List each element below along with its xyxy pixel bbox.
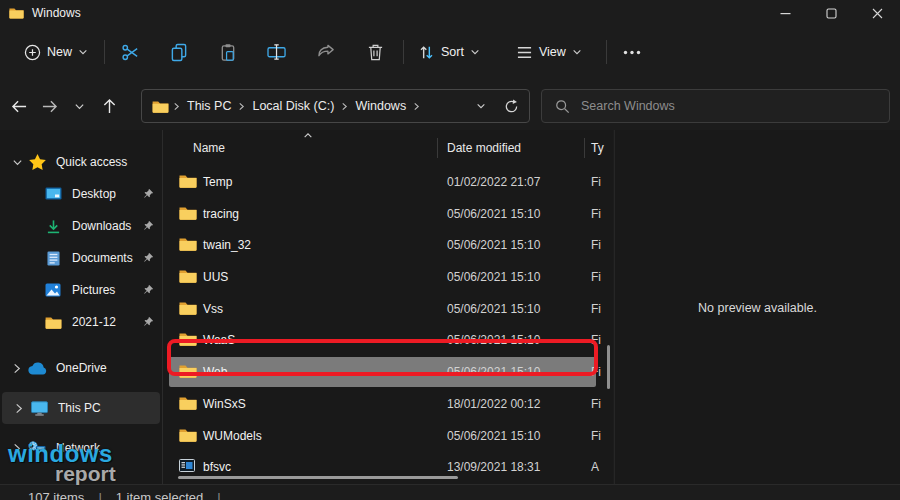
copy-button[interactable] [159, 35, 199, 69]
share-button[interactable] [306, 35, 346, 69]
sidebar-item-2021-12[interactable]: 2021-12 [0, 306, 162, 338]
back-button[interactable] [4, 91, 34, 121]
file-date: 05/06/2021 15:10 [447, 238, 540, 252]
chevron-right-icon[interactable] [8, 363, 26, 374]
table-row[interactable]: Temp 01/02/2022 21:07 Fi [163, 166, 613, 198]
file-type: Fi [591, 175, 601, 189]
file-type: Fi [591, 333, 601, 347]
folder-icon [152, 100, 169, 113]
sidebar-item-label: Documents [72, 251, 133, 265]
sidebar-item-this-pc[interactable]: This PC [2, 392, 160, 424]
forward-button[interactable] [34, 91, 64, 121]
sidebar-item-desktop[interactable]: Desktop [0, 178, 162, 210]
delete-button[interactable] [355, 35, 395, 69]
table-row[interactable]: UUS 05/06/2021 15:10 Fi [163, 261, 613, 293]
file-name: WUModels [203, 429, 262, 443]
sidebar-item-quick-access[interactable]: Quick access [0, 146, 162, 178]
file-type: Fi [591, 270, 601, 284]
sidebar-item-pictures[interactable]: Pictures [0, 274, 162, 306]
chevron-right-icon[interactable] [10, 403, 28, 414]
search-box[interactable] [541, 89, 890, 123]
file-type: Fi [591, 238, 601, 252]
new-button[interactable]: New [16, 35, 96, 69]
up-button[interactable] [94, 91, 124, 121]
computer-icon [28, 401, 50, 416]
column-header-date-modified[interactable]: Date modified [447, 141, 521, 155]
rename-button[interactable] [257, 35, 297, 69]
file-type: Fi [591, 365, 601, 379]
chevron-down-icon [572, 48, 582, 56]
status-bar: 107 items | 1 item selected | [0, 484, 900, 500]
sidebar-item-label: Downloads [72, 219, 131, 233]
recent-locations-button[interactable] [64, 91, 94, 121]
sidebar-item-onedrive[interactable]: OneDrive [0, 352, 162, 384]
onedrive-cloud-icon [26, 362, 48, 375]
file-type: Fi [591, 397, 601, 411]
sort-button[interactable]: Sort [410, 35, 488, 69]
paste-button[interactable] [208, 35, 248, 69]
sidebar-item-label: 2021-12 [72, 315, 116, 329]
table-row-selected[interactable]: Web 05/06/2021 15:10 Fi [163, 356, 613, 388]
table-row[interactable]: Vss 05/06/2021 15:10 Fi [163, 293, 613, 325]
chevron-right-icon[interactable] [8, 443, 26, 454]
address-bar[interactable]: This PC Local Disk (C:) Windows [141, 89, 530, 123]
sidebar-item-documents[interactable]: Documents [0, 242, 162, 274]
file-name: bfsvc [203, 460, 231, 474]
file-name: WaaS [203, 333, 235, 347]
toolbar-divider [104, 40, 105, 64]
file-name: WinSxS [203, 397, 246, 411]
sidebar-item-label: OneDrive [56, 361, 107, 375]
file-date: 18/01/2022 00:12 [447, 397, 540, 411]
breadcrumb-windows[interactable]: Windows [352, 99, 409, 113]
minimize-button[interactable] [762, 0, 808, 26]
folder-icon [9, 7, 24, 19]
status-separator: | [217, 490, 220, 500]
sort-icon [418, 44, 435, 61]
file-type: Fi [591, 429, 601, 443]
file-list-pane: Name Date modified Ty Temp 01/02/2022 21… [163, 130, 613, 484]
title-bar: Windows [0, 0, 900, 26]
breadcrumb-separator-icon [173, 102, 180, 111]
folder-icon [179, 174, 197, 188]
sidebar-item-downloads[interactable]: Downloads [0, 210, 162, 242]
preview-message: No preview available. [615, 301, 900, 315]
file-type: Fi [591, 302, 601, 316]
share-icon [317, 43, 336, 61]
search-input[interactable] [581, 99, 876, 113]
table-row[interactable]: twain_32 05/06/2021 15:10 Fi [163, 229, 613, 261]
breadcrumb-this-pc[interactable]: This PC [184, 99, 234, 113]
close-button[interactable] [854, 0, 900, 26]
file-type: Fi [591, 207, 601, 221]
table-row[interactable]: WaaS 05/06/2021 15:10 Fi [163, 324, 613, 356]
address-dropdown-chevron-icon[interactable] [476, 102, 486, 110]
folder-icon [179, 428, 197, 442]
chevron-down-icon[interactable] [8, 158, 26, 167]
file-date: 05/06/2021 15:10 [447, 270, 540, 284]
folder-icon [179, 301, 197, 315]
horizontal-scrollbar[interactable] [178, 476, 458, 479]
table-row[interactable]: WinSxS 18/01/2022 00:12 Fi [163, 388, 613, 420]
file-date: 01/02/2022 21:07 [447, 175, 540, 189]
refresh-icon[interactable] [504, 99, 519, 114]
vertical-scrollbar[interactable] [607, 345, 610, 389]
sidebar-item-label: Network [56, 441, 100, 455]
column-header-type[interactable]: Ty [591, 141, 604, 155]
desktop-icon [42, 187, 64, 201]
application-icon [179, 459, 195, 472]
sidebar-item-label: This PC [58, 401, 101, 415]
breadcrumb-local-disk[interactable]: Local Disk (C:) [249, 99, 337, 113]
column-divider[interactable] [437, 138, 438, 158]
table-row[interactable]: tracing 05/06/2021 15:10 Fi [163, 198, 613, 230]
more-options-button[interactable] [612, 35, 652, 69]
sidebar-item-network[interactable]: Network [0, 432, 162, 464]
maximize-button[interactable] [808, 0, 854, 26]
folder-icon [179, 396, 197, 410]
network-icon [26, 441, 48, 455]
view-button[interactable]: View [508, 35, 590, 69]
column-header-name[interactable]: Name [193, 141, 225, 155]
file-date: 05/06/2021 15:10 [447, 333, 540, 347]
column-divider[interactable] [584, 138, 585, 158]
chevron-down-icon [470, 48, 480, 56]
table-row[interactable]: WUModels 05/06/2021 15:10 Fi [163, 420, 613, 452]
cut-button[interactable] [110, 35, 150, 69]
